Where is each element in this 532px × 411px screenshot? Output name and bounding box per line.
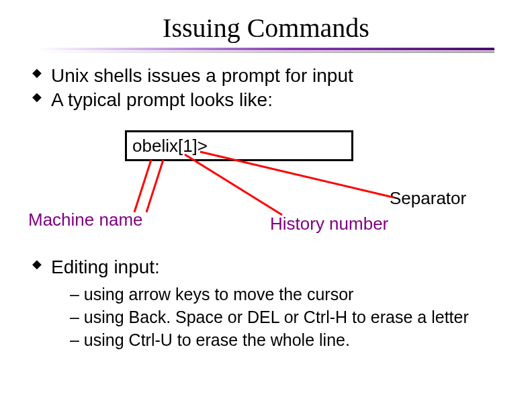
svg-line-2 <box>185 154 282 215</box>
title-rule <box>38 48 494 53</box>
svg-line-0 <box>134 160 151 212</box>
prompt-box: obelix[1]> <box>125 130 353 161</box>
slide: Issuing Commands Unix shells issues a pr… <box>0 0 532 411</box>
top-bullets: Unix shells issues a prompt for input A … <box>32 64 532 113</box>
bullet-unix-shells: Unix shells issues a prompt for input <box>32 64 532 88</box>
label-separator: Separator <box>390 188 466 209</box>
label-history-number: History number <box>270 214 388 234</box>
bullet-editing-heading: Editing input: <box>32 255 502 279</box>
sub-backspace-del: using Back. Space or DEL or Ctrl-H to er… <box>70 306 502 329</box>
sub-arrow-keys: using arrow keys to move the cursor <box>70 283 502 306</box>
bullet-typical-prompt: A typical prompt looks like: <box>32 88 532 112</box>
editing-sublist: using arrow keys to move the cursor usin… <box>70 283 502 351</box>
editing-section: Editing input: using arrow keys to move … <box>32 255 502 352</box>
slide-title: Issuing Commands <box>0 12 532 44</box>
label-machine-name: Machine name <box>28 210 143 230</box>
sub-ctrl-u: using Ctrl-U to erase the whole line. <box>70 329 502 352</box>
svg-line-1 <box>146 160 163 212</box>
